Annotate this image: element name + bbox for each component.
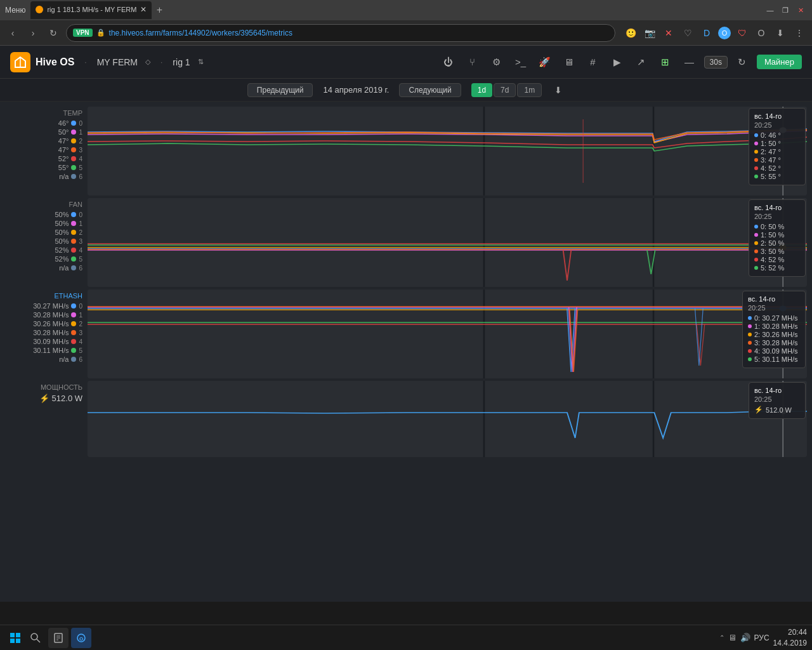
refresh-icon[interactable]: ↻ [733, 53, 752, 72]
tooltip-row: 1: 50 % [754, 231, 800, 239]
taskbar-browser-icon[interactable]: O [71, 628, 91, 648]
fan-title: FAN [5, 201, 82, 208]
chart-label-row: 30.26 MH/s2 [5, 320, 82, 328]
profile-icon[interactable]: O [718, 27, 731, 39]
prev-button[interactable]: Предыдущий [247, 83, 313, 97]
power-tooltip-time: 20:25 [754, 395, 800, 403]
back-button[interactable]: ‹ [5, 25, 20, 41]
period-7d[interactable]: 7d [494, 83, 516, 97]
svg-rect-27 [483, 381, 485, 457]
tooltip-row: 5: 52 % [754, 264, 800, 272]
rocket-icon[interactable]: 🚀 [535, 53, 554, 72]
refresh-button[interactable]: ↻ [46, 25, 61, 41]
period-1m[interactable]: 1m [517, 83, 542, 97]
svg-rect-5 [483, 107, 485, 196]
tooltip-row: 3: 30.28 MH/s [748, 339, 800, 347]
camera-icon[interactable]: 📷 [642, 25, 657, 41]
ethash-tooltip-time: 20:25 [748, 304, 800, 312]
start-button[interactable] [5, 628, 25, 648]
terminal-icon[interactable]: >_ [511, 53, 530, 72]
browser-titlebar: Меню rig 1 181.3 MH/s - MY FERM ✕ + — ❐ … [0, 0, 812, 20]
ethash-title: ETHASH [5, 292, 82, 300]
fan-chart: вс. 14-го 20:25 0: 50 %1: 50 %2: 50 %3: … [88, 198, 807, 287]
chart-label-row: n/a6 [5, 355, 82, 363]
svg-rect-28 [653, 381, 655, 457]
temp-tooltip-day: вс. 14-го [754, 112, 800, 120]
browser-tab[interactable]: rig 1 181.3 MH/s - MY FERM ✕ [30, 1, 152, 19]
url-display[interactable]: the.hiveos.farm/farms/144902/workers/395… [109, 29, 608, 37]
svg-rect-34 [16, 639, 20, 643]
arrow-icon[interactable]: ↗ [632, 53, 651, 72]
period-1d[interactable]: 1d [471, 83, 492, 97]
power-title: МОЩНОСТЬ [5, 383, 82, 391]
download-icon[interactable]: ⬇ [552, 83, 565, 98]
tooltip-row: 3: 50 % [754, 248, 800, 255]
tooltip-row: 1: 30.28 MH/s [748, 322, 800, 330]
minimize-button[interactable]: — [764, 4, 776, 17]
tooltip-row: 0: 30.27 MH/s [748, 314, 800, 322]
grid-icon[interactable]: ⊞ [656, 53, 675, 72]
svg-rect-2 [88, 107, 483, 196]
power-section: МОЩНОСТЬ ⚡ 512.0 W вс. 14-го 20:2 [0, 381, 812, 457]
monitor-icon[interactable]: 🖥 [560, 53, 579, 72]
chart-label-row: 52°4 [5, 155, 82, 162]
minus-icon[interactable]: — [680, 53, 699, 72]
hash-icon[interactable]: # [584, 53, 603, 72]
power-watt-value: 512.0 W [52, 394, 82, 403]
chart-label-row: 47°2 [5, 137, 82, 145]
close-x-icon[interactable]: ✕ [661, 25, 676, 41]
fan-labels: FAN 50%050%150%250%352%452%5n/a6 [5, 198, 88, 287]
app-header: Hive OS · MY FERM ◇ · rig 1 ⇅ ⏻ ⑂ ⚙ >_ 🚀… [0, 46, 812, 79]
tray-chevron[interactable]: ⌃ [719, 634, 724, 641]
chart-label-row: 30.28 MH/s3 [5, 329, 82, 336]
svg-point-35 [31, 633, 37, 640]
ext-icon[interactable]: O [754, 25, 769, 41]
taskbar-files-icon[interactable] [48, 628, 69, 648]
svg-rect-31 [10, 633, 15, 637]
tooltip-row: 3: 47 ° [754, 156, 800, 164]
bookmark-icon[interactable]: D [699, 25, 714, 41]
svg-rect-13 [483, 198, 485, 287]
temp-labels: TEMP 46°050°147°247°352°455°5n/a6 [5, 107, 88, 196]
fork-icon[interactable]: ⑂ [463, 53, 482, 72]
tooltip-row: 4: 30.09 MH/s [748, 347, 800, 355]
tray-time-value: 20:44 [773, 627, 807, 638]
power-tooltip: вс. 14-го 20:25 ⚡ 512.0 W [749, 382, 806, 419]
new-tab-button[interactable]: + [152, 3, 167, 18]
breadcrumb-farm[interactable]: MY FERM [97, 57, 138, 67]
network-icon: 🖥 [728, 633, 737, 642]
shield-icon[interactable]: 🛡 [735, 25, 750, 41]
temp-section: TEMP 46°050°147°247°352°455°5n/a6 [0, 107, 812, 196]
temp-chart: вс. 14-го 20:25 0: 46 °1: 50 °2: 47 °3: … [88, 107, 807, 196]
power-button[interactable]: ⏻ [439, 53, 458, 72]
settings-icon[interactable]: ⚙ [487, 53, 506, 72]
period-buttons: 1d 7d 1m [471, 83, 542, 97]
forward-button[interactable]: › [25, 25, 41, 41]
miner-button[interactable]: Майнер [757, 55, 802, 69]
emoji-icon[interactable]: 🙂 [623, 25, 638, 41]
heart-icon[interactable]: ♡ [680, 25, 695, 41]
vpn-badge: VPN [73, 29, 93, 37]
taskbar-tray: ⌃ 🖥 🔊 РУС 20:44 14.4.2019 [719, 627, 807, 649]
svg-rect-33 [10, 639, 15, 643]
tab-title: rig 1 181.3 MH/s - MY FERM [47, 6, 136, 13]
taskbar-search[interactable] [25, 628, 46, 648]
power-value: ⚡ 512.0 W [5, 394, 82, 403]
next-button[interactable]: Следующий [399, 83, 461, 97]
svg-rect-11 [485, 198, 653, 287]
power-lightning-icon: ⚡ [39, 394, 49, 403]
maximize-button[interactable]: ❐ [779, 4, 792, 17]
console-icon[interactable]: ▶ [608, 53, 627, 72]
menu-dots-icon[interactable]: ⋮ [792, 25, 807, 41]
chart-label-row: 30.27 MH/s0 [5, 302, 82, 310]
rig-chevron: ⇅ [198, 58, 204, 66]
chart-label-row: 52%4 [5, 246, 82, 254]
breadcrumb-rig[interactable]: rig 1 [173, 57, 190, 67]
browser-action-area: 🙂 📷 ✕ ♡ D O 🛡 O ⬇ ⋮ [623, 25, 807, 41]
header-icons: ⏻ ⑂ ⚙ >_ 🚀 🖥 # ▶ ↗ ⊞ — 30s ↻ Майнер [439, 53, 802, 72]
close-button[interactable]: ✕ [794, 4, 807, 17]
menu-icon[interactable]: Меню [5, 6, 25, 15]
close-tab-icon[interactable]: ✕ [140, 5, 147, 14]
volume-icon[interactable]: 🔊 [740, 633, 750, 642]
download-icon[interactable]: ⬇ [773, 25, 788, 41]
